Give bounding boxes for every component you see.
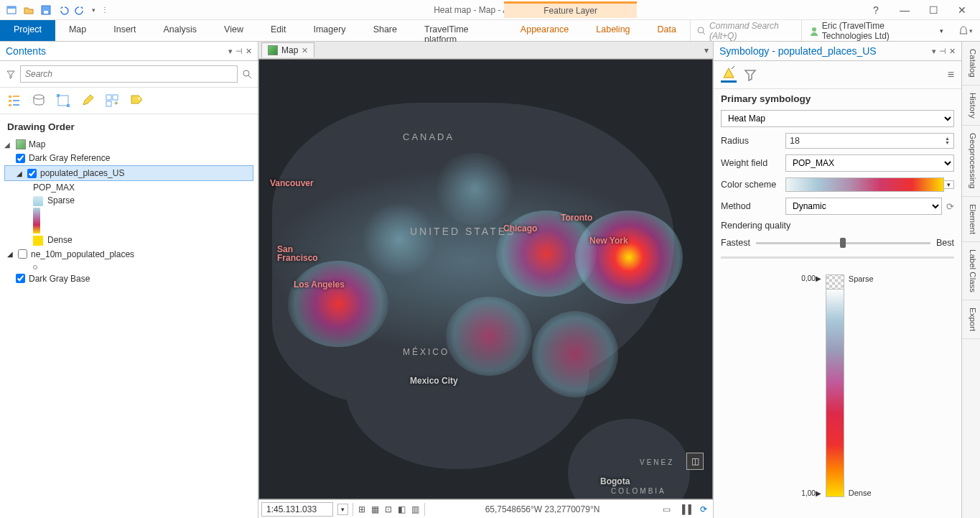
undo-icon[interactable] [57, 4, 69, 16]
layer-visibility-checkbox[interactable] [16, 274, 25, 283]
list-snapping-icon[interactable]: + [105, 93, 119, 108]
dropdown-icon[interactable]: ▾ [228, 47, 233, 56]
list-selection-icon[interactable] [56, 93, 70, 108]
map-canvas[interactable]: CANADA UNITED STATES MÉXICO VENEZ COLOMB… [258, 59, 713, 499]
map-node[interactable]: ◢ Map [4, 138, 253, 151]
tab-insert[interactable]: Insert [100, 20, 149, 41]
menu-icon[interactable]: ≡ [948, 68, 954, 81]
tab-map[interactable]: Map [55, 20, 100, 41]
tab-analysis[interactable]: Analysis [150, 20, 211, 41]
layer-ne-10m-populated-places[interactable]: ◢ ne_10m_populated_places [4, 247, 253, 262]
dynamic-icon[interactable]: ▥ [409, 503, 421, 516]
tab-edit[interactable]: Edit [257, 20, 300, 41]
refresh-icon[interactable]: ⟳ [946, 201, 954, 212]
method-select[interactable]: Dynamic [785, 198, 942, 215]
title-bar: ▾ ⋮ Heat map - Map - ArcGIS Pro Feature … [0, 0, 980, 20]
map-view-area: Map ✕ ▾ CANADA UNITED STATES MÉXICO VENE [258, 42, 713, 518]
vary-symbology-tab-icon[interactable] [742, 67, 758, 83]
collapse-icon[interactable]: ◢ [4, 141, 13, 149]
snap-icon[interactable]: ⊞ [356, 503, 368, 516]
contents-pane: Contents ▾ ⊣ ✕ + Drawing Order ◢ M [0, 42, 258, 518]
layer-dark-gray-base[interactable]: Dark Gray Base [4, 272, 253, 286]
refresh-icon[interactable]: ⟳ [697, 503, 710, 516]
color-scheme-picker[interactable] [785, 177, 944, 192]
close-pane-icon[interactable]: ✕ [949, 47, 956, 56]
layer-visibility-checkbox[interactable] [18, 249, 27, 259]
list-drawing-order-icon[interactable] [7, 93, 22, 108]
list-labeling-icon[interactable] [129, 93, 144, 108]
radius-input[interactable]: 18▲▼ [785, 133, 954, 149]
vtab-catalog[interactable]: Catalog [962, 42, 980, 85]
vtab-element[interactable]: Element [962, 197, 980, 242]
tab-appearance[interactable]: Appearance [507, 20, 582, 41]
tab-data[interactable]: Data [644, 20, 690, 41]
minimize-icon[interactable]: — [895, 4, 914, 16]
vtab-label-class[interactable]: Label Class [962, 242, 980, 300]
help-icon[interactable]: ? [867, 4, 885, 16]
contents-search-input[interactable] [20, 65, 238, 83]
close-pane-icon[interactable]: ✕ [246, 47, 252, 56]
drawing-order-heading: Drawing Order [0, 114, 258, 137]
collapse-icon[interactable]: ◢ [7, 250, 14, 258]
maximize-icon[interactable]: ☐ [924, 4, 943, 16]
symbology-type-select[interactable]: Heat Map [721, 110, 954, 127]
separator [721, 256, 954, 259]
tab-traveltime[interactable]: TravelTime platform [411, 20, 507, 41]
constraints-icon[interactable]: ⊡ [383, 503, 394, 516]
tab-view[interactable]: View [210, 20, 257, 41]
color-ramp-icon[interactable] [826, 289, 844, 497]
pause-icon[interactable]: ▐▐ [676, 503, 694, 516]
color-scheme-dropdown-icon[interactable]: ▾ [944, 180, 954, 189]
layer-visibility-checkbox[interactable] [27, 169, 37, 178]
selected-features-icon[interactable]: ▭ [660, 503, 673, 516]
close-tab-icon[interactable]: ✕ [302, 46, 308, 55]
pin-icon[interactable]: ⊣ [939, 47, 946, 56]
save-icon[interactable] [40, 4, 52, 16]
new-project-icon[interactable] [6, 4, 17, 16]
notifications-icon[interactable]: ▾ [951, 20, 980, 41]
grid-icon[interactable]: ▦ [369, 503, 381, 516]
search-go-icon[interactable] [241, 68, 253, 80]
command-search[interactable]: Command Search (Alt+Q) [690, 20, 801, 41]
layer-dark-gray-reference[interactable]: Dark Gray Reference [4, 151, 253, 165]
vtab-geoprocessing[interactable]: Geoprocessing [962, 126, 980, 196]
view-dropdown-icon[interactable]: ▾ [700, 45, 713, 55]
quality-slider[interactable] [756, 242, 930, 244]
map-icon [16, 139, 26, 149]
user-menu[interactable]: Eric (TravelTime Technologies Ltd) ▾ [801, 20, 951, 41]
redo-icon[interactable] [75, 4, 86, 16]
layer-populated-places-us[interactable]: ◢ populated_places_US [4, 165, 253, 181]
tab-imagery[interactable]: Imagery [299, 20, 359, 41]
scale-input[interactable]: 1:45.131.033 [261, 502, 333, 517]
qat-dropdown-icon[interactable]: ▾ [92, 6, 95, 14]
list-source-icon[interactable] [32, 93, 46, 108]
primary-symbology-tab-icon[interactable] [721, 67, 737, 83]
navigator-icon[interactable]: ◫ [686, 453, 704, 470]
tab-labeling[interactable]: Labeling [582, 20, 643, 41]
weight-field-select[interactable]: POP_MAX [785, 154, 954, 172]
city-label: New York [589, 236, 628, 246]
tab-share[interactable]: Share [360, 20, 411, 41]
legend-sparse: Sparse [4, 194, 253, 208]
filter-icon[interactable] [4, 68, 17, 80]
quick-access-toolbar: ▾ ⋮ [0, 4, 108, 16]
collapse-icon[interactable]: ◢ [17, 170, 24, 177]
open-project-icon[interactable] [23, 4, 34, 16]
svg-rect-13 [9, 104, 11, 106]
svg-line-5 [703, 32, 705, 35]
qat-overflow-icon[interactable]: ⋮ [101, 6, 108, 14]
close-icon[interactable]: ✕ [953, 4, 971, 16]
vtab-history[interactable]: History [962, 85, 980, 126]
scale-dropdown-icon[interactable]: ▾ [337, 504, 348, 515]
point-symbol-icon [4, 262, 253, 272]
map-view-tab[interactable]: Map ✕ [261, 42, 314, 57]
tab-project[interactable]: Project [0, 20, 55, 41]
vtab-export[interactable]: Export [962, 300, 980, 339]
country-label: UNITED STATES [410, 225, 515, 238]
dropdown-icon[interactable]: ▾ [932, 47, 936, 56]
spinner-icon[interactable]: ▲▼ [945, 137, 950, 145]
corrections-icon[interactable]: ◧ [396, 503, 408, 516]
pin-icon[interactable]: ⊣ [235, 47, 243, 56]
list-editing-icon[interactable] [80, 93, 95, 108]
layer-visibility-checkbox[interactable] [16, 154, 25, 163]
